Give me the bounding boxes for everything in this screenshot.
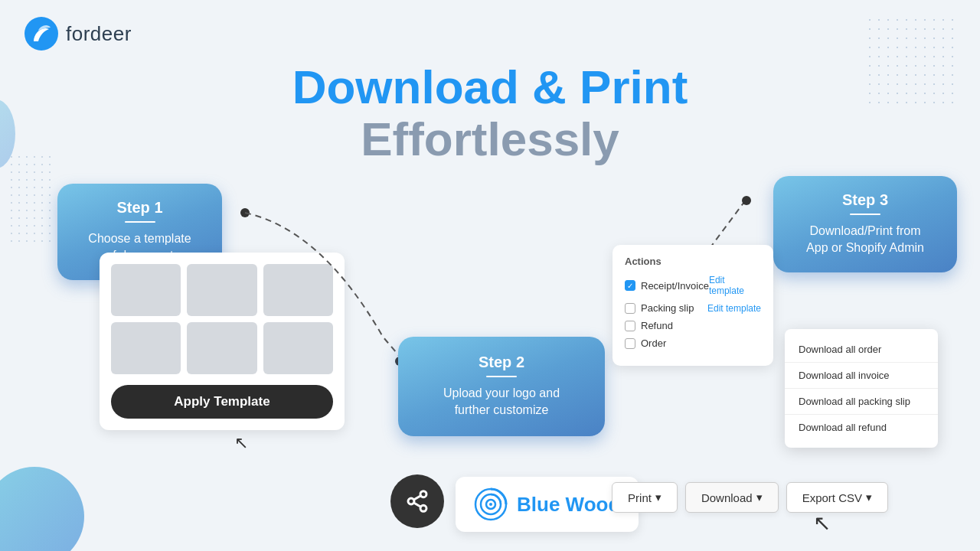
checkbox-receipt[interactable]: ✓ <box>625 280 635 291</box>
dropdown-item-all-packing[interactable]: Download all packing slip <box>785 389 938 415</box>
dropdown-item-all-refund[interactable]: Download all refund <box>785 415 938 440</box>
actions-card: Actions ✓ Receipt/Invoice Edit template … <box>612 245 773 366</box>
download-chevron-icon: ▾ <box>756 491 763 504</box>
title-line2: Effortlessly <box>0 113 980 165</box>
dropdown-item-all-invoice[interactable]: Download all invoice <box>785 363 938 389</box>
step2-desc: Upload your logo andfurther customize <box>418 385 585 419</box>
action-name-receipt: Receipt/Invoice <box>641 280 709 292</box>
action-row-packing: Packing slip Edit template <box>625 302 761 314</box>
checkbox-order[interactable] <box>625 338 635 349</box>
bottom-buttons: Print ▾ Download ▾ Export CSV ▾ <box>612 482 888 513</box>
checkbox-refund[interactable] <box>625 321 635 331</box>
template-item-5[interactable] <box>187 322 256 374</box>
step2-box: Step 2 Upload your logo andfurther custo… <box>398 337 605 436</box>
bg-blob-bottom-left <box>0 467 84 551</box>
download-button[interactable]: Download ▾ <box>685 482 779 513</box>
action-name-refund: Refund <box>641 320 673 331</box>
main-title: Download & Print Effortlessly <box>0 61 980 165</box>
blue-wood-name: Blue Wood <box>517 493 620 517</box>
action-name-order: Order <box>641 337 666 349</box>
action-row-receipt: ✓ Receipt/Invoice Edit template <box>625 275 761 296</box>
svg-line-9 <box>413 496 420 500</box>
step2-divider <box>486 376 517 377</box>
export-csv-label: Export CSV <box>802 491 862 504</box>
action-row-order: Order <box>625 337 761 349</box>
export-csv-button[interactable]: Export CSV ▾ <box>786 482 888 513</box>
edit-packing-link[interactable]: Edit template <box>707 303 761 314</box>
template-item-1[interactable] <box>111 264 181 316</box>
step3-label: Step 3 <box>790 191 940 209</box>
step3-desc: Download/Print fromApp or Shopify Admin <box>790 223 940 257</box>
bg-dots-left <box>8 153 54 245</box>
export-csv-chevron-icon: ▾ <box>866 491 872 504</box>
svg-point-13 <box>489 503 492 506</box>
cursor-icon: ↖ <box>234 433 248 453</box>
logo-icon <box>23 15 60 52</box>
step3-box: Step 3 Download/Print fromApp or Shopify… <box>773 176 957 272</box>
template-item-6[interactable] <box>263 322 333 374</box>
apply-template-button[interactable]: Apply Template <box>111 385 333 419</box>
actions-title: Actions <box>625 256 761 267</box>
title-line1: Download & Print <box>0 61 980 113</box>
step1-label: Step 1 <box>74 199 205 217</box>
download-label: Download <box>701 491 753 504</box>
edit-receipt-link[interactable]: Edit template <box>709 275 761 296</box>
checkbox-packing[interactable] <box>625 303 635 314</box>
step2-label: Step 2 <box>418 354 585 371</box>
svg-line-8 <box>413 503 420 507</box>
download-dropdown: Download all order Download all invoice … <box>785 329 938 448</box>
header: fordeer <box>23 15 132 52</box>
step1-divider <box>125 221 155 223</box>
template-grid <box>111 264 333 374</box>
blue-wood-logo-icon <box>474 487 508 521</box>
print-button[interactable]: Print ▾ <box>612 482 678 513</box>
print-label: Print <box>628 491 652 504</box>
svg-point-1 <box>240 208 250 217</box>
template-item-4[interactable] <box>111 322 181 374</box>
template-item-3[interactable] <box>263 264 333 316</box>
brand-name: fordeer <box>66 22 132 46</box>
print-chevron-icon: ▾ <box>655 491 662 504</box>
mouse-cursor: ↖ <box>813 510 831 536</box>
action-name-packing: Packing slip <box>641 302 694 314</box>
share-icon[interactable] <box>390 474 444 528</box>
action-row-refund: Refund <box>625 320 761 331</box>
dropdown-item-all-order[interactable]: Download all order <box>785 337 938 363</box>
step3-divider <box>850 214 880 215</box>
svg-point-4 <box>742 196 751 205</box>
template-item-2[interactable] <box>187 264 256 316</box>
template-card: Apply Template ↖ <box>100 253 345 430</box>
